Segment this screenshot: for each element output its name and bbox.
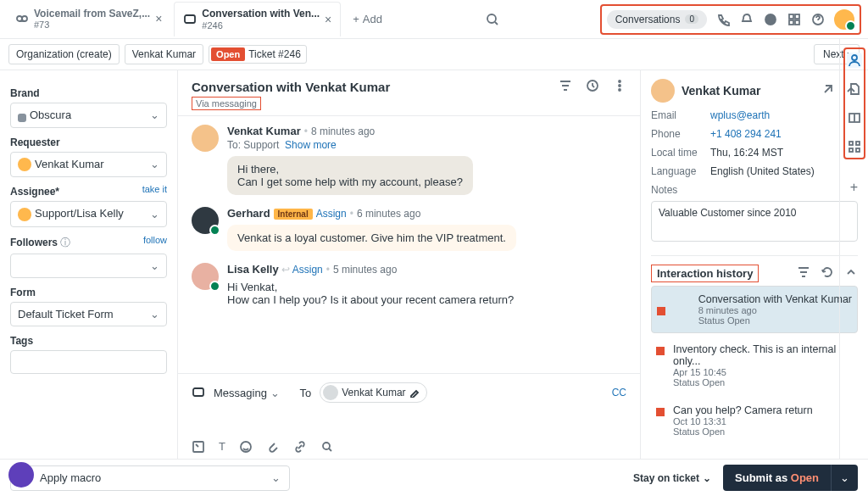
conversations-label: Conversations — [615, 14, 681, 25]
message: Lisa Kelly ↩ Assign•5 minutes ago Hi Ven… — [192, 263, 626, 306]
follow-link[interactable]: follow — [143, 235, 167, 245]
crumb-ticket[interactable]: Open Ticket #246 — [209, 45, 307, 64]
close-icon[interactable]: × — [325, 13, 331, 26]
profile-avatar[interactable] — [834, 9, 854, 30]
conversations-badge[interactable]: Conversations 0 — [607, 10, 707, 29]
phone-value[interactable]: +1 408 294 241 — [710, 128, 782, 140]
interaction-title: Conversation with Venkat Kumar — [698, 293, 852, 305]
help-icon[interactable] — [810, 12, 826, 27]
compose-textarea[interactable] — [192, 403, 626, 440]
edit-icon[interactable] — [409, 387, 420, 398]
requester-select[interactable]: Venkat Kumar⌄ — [10, 152, 167, 178]
phone-icon[interactable] — [715, 12, 731, 27]
composer: Messaging ⌄ To Venkat Kumar CC T — [178, 373, 640, 461]
open-external-icon[interactable] — [821, 83, 834, 99]
app-launcher-icon[interactable] — [8, 462, 34, 488]
show-more-link[interactable]: Show more — [285, 139, 337, 151]
status-square-icon — [656, 408, 665, 416]
svg-rect-5 — [789, 14, 793, 19]
whatsapp-icon[interactable] — [763, 12, 778, 27]
svg-point-3 — [487, 14, 496, 23]
message-time: 8 minutes ago — [311, 125, 375, 137]
interaction-item[interactable]: Can you help? Camera returnOct 10 13:31S… — [651, 398, 858, 443]
tags-label: Tags — [10, 335, 167, 347]
followers-label: Followers ⓘ — [10, 236, 70, 250]
cc-button[interactable]: CC — [612, 387, 626, 398]
filter-icon[interactable] — [797, 265, 810, 281]
tab-conversation[interactable]: Conversation with Ven... #246 × — [174, 2, 341, 36]
localtime-value: Thu, 16:24 MST — [710, 147, 783, 159]
add-app-icon[interactable]: + — [850, 180, 858, 195]
stay-on-ticket-button[interactable]: Stay on ticket ⌄ — [633, 472, 711, 484]
tab-title: Voicemail from SaveZ,... — [34, 8, 150, 20]
properties-sidebar: Brand Obscura⌄ Requester Venkat Kumar⌄ A… — [0, 70, 178, 461]
tags-input[interactable] — [10, 350, 167, 374]
avatar — [192, 263, 219, 290]
svg-rect-8 — [795, 20, 799, 25]
form-label: Form — [10, 287, 167, 298]
message-time: 5 minutes ago — [333, 264, 397, 276]
take-it-link[interactable]: take it — [142, 184, 167, 194]
assignee-select[interactable]: Support/Lisa Kelly⌄ — [10, 201, 167, 227]
assign-link[interactable]: Assign — [292, 264, 323, 276]
document-icon[interactable] — [847, 81, 862, 97]
recipient-chip[interactable]: Venkat Kumar — [320, 382, 426, 403]
svg-rect-6 — [795, 14, 799, 19]
footer-bar: Apply macro⌄ Stay on ticket ⌄ Submit as … — [0, 459, 868, 496]
link-icon[interactable] — [293, 440, 307, 456]
customer-panel: Venkat Kumar Emailwplus@earth Phone+1 40… — [641, 70, 868, 461]
message-body: Hi there, Can I get some help with my ac… — [227, 156, 473, 195]
email-label: Email — [651, 109, 710, 121]
brand-select[interactable]: Obscura⌄ — [10, 103, 167, 128]
attachment-icon[interactable] — [266, 440, 280, 456]
bell-icon[interactable] — [739, 12, 754, 27]
notes-textarea[interactable]: Valuable Customer since 2010 — [651, 201, 858, 242]
search-icon[interactable] — [485, 12, 500, 27]
svg-point-11 — [619, 81, 620, 82]
svg-point-17 — [323, 443, 330, 449]
user-icon[interactable] — [847, 53, 862, 68]
avatar — [192, 125, 219, 152]
chat-icon — [183, 13, 197, 26]
apply-macro-select[interactable]: Apply macro⌄ — [10, 465, 290, 491]
voicemail-icon — [15, 12, 29, 25]
assign-link[interactable]: Assign — [316, 208, 347, 220]
insert-icon[interactable] — [192, 440, 205, 456]
emoji-icon[interactable] — [239, 440, 253, 456]
message-thread: Venkat Kumar•8 minutes ago To: Support S… — [178, 116, 640, 373]
add-tab[interactable]: + Add — [344, 8, 391, 31]
interaction-item[interactable]: Conversation with Venkat Kumar8 minutes … — [651, 286, 858, 333]
search-icon[interactable] — [320, 440, 334, 456]
form-select[interactable]: Default Ticket Form⌄ — [10, 302, 167, 326]
grid-icon[interactable] — [847, 139, 862, 154]
svg-point-18 — [852, 55, 857, 60]
message: GerhardInternalAssign•6 minutes ago Venk… — [192, 207, 626, 251]
more-icon[interactable] — [613, 79, 626, 95]
history-icon[interactable] — [586, 79, 599, 95]
crumb-organization[interactable]: Organization (create) — [8, 44, 120, 64]
tab-bar: Voicemail from SaveZ,... #73 × Conversat… — [0, 0, 868, 39]
tab-subtitle: #246 — [202, 20, 320, 31]
interaction-item[interactable]: Inventory check. This is an internal onl… — [651, 337, 858, 394]
channel-select[interactable]: Messaging ⌄ — [214, 387, 280, 399]
tab-subtitle: #73 — [34, 20, 150, 31]
via-channel: Via messaging — [192, 97, 261, 110]
requester-label: Requester — [10, 137, 167, 148]
submit-button[interactable]: Submit as Open — [723, 465, 831, 491]
svg-rect-14 — [193, 388, 203, 396]
followers-select[interactable]: ⌄ — [10, 254, 167, 278]
close-icon[interactable]: × — [155, 12, 162, 25]
brand-label: Brand — [10, 87, 167, 99]
knowledge-icon[interactable] — [847, 110, 862, 125]
refresh-icon[interactable] — [821, 265, 834, 281]
apps-icon[interactable] — [787, 12, 802, 27]
tab-voicemail[interactable]: Voicemail from SaveZ,... #73 × — [7, 3, 170, 36]
to-label: To — [300, 387, 312, 399]
email-value[interactable]: wplus@earth — [710, 109, 770, 121]
filter-icon[interactable] — [559, 79, 572, 95]
crumb-person[interactable]: Venkat Kumar — [125, 44, 203, 64]
message: Venkat Kumar•8 minutes ago To: Support S… — [192, 125, 626, 195]
conversations-count: 0 — [685, 14, 698, 24]
text-format-icon[interactable]: T — [219, 440, 225, 456]
submit-options-button[interactable]: ⌄ — [831, 465, 858, 491]
